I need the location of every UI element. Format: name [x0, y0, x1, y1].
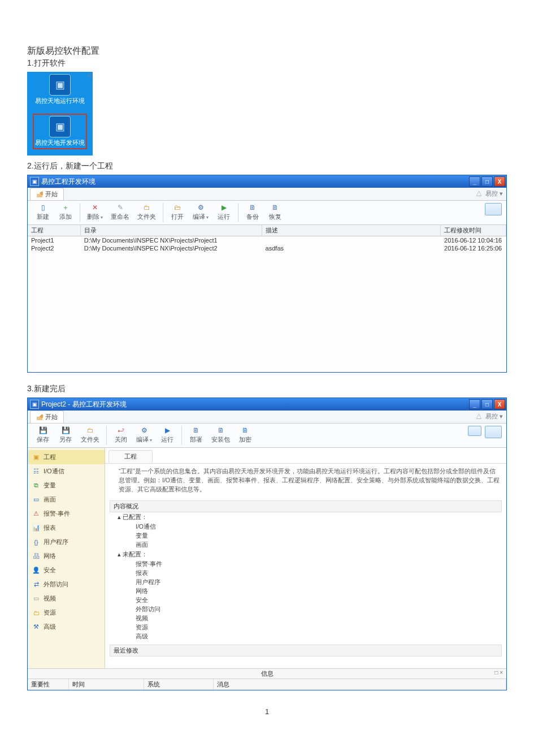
folder-button[interactable]: 🗀文件夹: [137, 203, 156, 221]
sidebar-item-variable[interactable]: ⧉变量: [28, 478, 105, 493]
titlebar[interactable]: ▣ Project2 - 易控工程开发环境 _ □ X: [28, 398, 506, 411]
close-button[interactable]: X: [494, 176, 505, 187]
help-link[interactable]: 易控 ▾: [485, 190, 503, 197]
resource-icon: 🗀: [32, 609, 40, 617]
list-item[interactable]: 资源: [105, 623, 506, 632]
list-item[interactable]: 高级: [105, 632, 506, 641]
list-item[interactable]: I/O通信: [105, 522, 506, 532]
compile-icon: ⚙: [139, 426, 149, 435]
minimize-button[interactable]: _: [469, 399, 480, 409]
col-time[interactable]: 时间: [69, 679, 144, 690]
deploy-button[interactable]: 🗎部署: [189, 426, 203, 444]
window-project-list: ▣ 易控工程开发环境 _ □ X 开始 △ 易控 ▾ ▯新建 ＋添加: [27, 175, 507, 373]
list-item[interactable]: 网络: [105, 587, 506, 596]
col-desc[interactable]: 描述: [262, 225, 441, 236]
titlebar-tri-icon: △: [476, 413, 482, 420]
compile-button[interactable]: ⚙编译▾: [136, 426, 152, 444]
folder-button[interactable]: 🗀文件夹: [81, 426, 99, 444]
table-row[interactable]: Project1 D:\My Documents\INSPEC NX\Proje…: [28, 236, 506, 244]
close-button[interactable]: X: [494, 399, 505, 409]
app-title-icon: ▣: [30, 400, 39, 409]
tab-start[interactable]: 开始: [30, 188, 64, 200]
backup-button[interactable]: 🗎备份: [245, 203, 260, 221]
desktop-icon-dev[interactable]: ▣ 易控天地开发环境: [33, 114, 87, 149]
cell-time: 2016-06-12 10:04:16: [441, 236, 506, 244]
rename-button[interactable]: ✎重命名: [111, 203, 129, 221]
sidebar-item-advanced[interactable]: ⚒高级: [28, 620, 105, 634]
step-2: 2.运行后，新建一个工程: [27, 161, 507, 171]
project-icon: ▣: [32, 453, 40, 461]
delete-button[interactable]: ✕删除▾: [87, 203, 103, 221]
sidebar-item-security[interactable]: 👤安全: [28, 563, 105, 577]
sidebar-item-network[interactable]: 品网络: [28, 549, 105, 563]
col-system[interactable]: 系统: [144, 679, 214, 690]
sidebar-item-screen[interactable]: ▭画面: [28, 493, 105, 507]
configured-header[interactable]: ▴ 已配置：: [105, 512, 506, 522]
list-item[interactable]: 报警·事件: [105, 560, 506, 569]
report-icon: 📊: [32, 524, 40, 532]
add-button[interactable]: ＋添加: [58, 203, 73, 221]
sidebar-item-project[interactable]: ▣工程: [28, 450, 105, 464]
close-project-button[interactable]: ⮐关闭: [114, 426, 128, 444]
saveas-button[interactable]: 💾另存: [58, 426, 73, 444]
pin-close-icon[interactable]: □ ×: [494, 669, 503, 676]
desktop-icon-runtime[interactable]: ▣ 易控天地运行环境: [33, 74, 87, 105]
list-item[interactable]: 视频: [105, 614, 506, 623]
list-item[interactable]: 安全: [105, 596, 506, 605]
encrypt-button[interactable]: 🗎加密: [238, 426, 253, 444]
list-item[interactable]: 外部访问: [105, 605, 506, 614]
close-icon: ⮐: [116, 426, 126, 435]
restore-button[interactable]: 🗎恢复: [268, 203, 283, 221]
titlebar[interactable]: ▣ 易控工程开发环境 _ □ X: [28, 175, 506, 188]
sidebar-item-external[interactable]: ⇄外部访问: [28, 577, 105, 591]
save-button[interactable]: 💾保存: [36, 426, 50, 444]
installer-button[interactable]: 🗎安装包: [211, 426, 230, 444]
sidebar-item-resource[interactable]: 🗀资源: [28, 606, 105, 620]
list-item[interactable]: 变量: [105, 532, 506, 541]
col-message[interactable]: 消息: [214, 679, 506, 690]
list-item[interactable]: 画面: [105, 541, 506, 550]
folder-icon: 🗀: [85, 426, 95, 435]
ribbon: 💾保存 💾另存 🗀文件夹 ⮐关闭 ⚙编译▾ ▶运行 🗎部署 🗎安装包 🗎加密: [28, 424, 506, 448]
new-button[interactable]: ▯新建: [36, 203, 50, 221]
restore-icon: 🗎: [270, 203, 280, 212]
sidebar-item-io[interactable]: ☷I/O通信: [28, 464, 105, 478]
maximize-button[interactable]: □: [481, 176, 493, 187]
app-icon: ▣: [55, 80, 65, 90]
maximize-button[interactable]: □: [481, 399, 493, 409]
breadcrumb[interactable]: 工程: [108, 450, 153, 463]
sidebar-item-alarm[interactable]: ⚠报警·事件: [28, 507, 105, 521]
table-row[interactable]: Project2 D:\My Documents\INSPEC NX\Proje…: [28, 244, 506, 252]
project-description: “工程”是一个系统的信息集合。其内容由易控天地开发环境开发，功能由易控天地运行环…: [105, 463, 506, 497]
network-icon: 品: [32, 552, 40, 560]
info-panel-title[interactable]: 信息 □ ×: [28, 669, 506, 679]
app-title-icon: ▣: [30, 177, 39, 186]
open-button[interactable]: 🗁打开: [170, 203, 185, 221]
open-icon: 🗁: [172, 203, 183, 212]
tabstrip: 开始 △ 易控 ▾: [28, 188, 506, 201]
monitor-icon[interactable]: [485, 426, 502, 438]
help-link[interactable]: 易控 ▾: [485, 413, 503, 420]
list-item[interactable]: 用户程序: [105, 578, 506, 587]
col-dir[interactable]: 目录: [81, 225, 262, 236]
lock-icon: 🗎: [240, 426, 250, 435]
run-button[interactable]: ▶运行: [216, 203, 231, 221]
sidebar-item-video[interactable]: ▭视频: [28, 591, 105, 606]
monitor-icon[interactable]: [485, 203, 502, 215]
col-time[interactable]: 工程修改时间: [441, 225, 506, 236]
sidebar-item-report[interactable]: 📊报表: [28, 521, 105, 535]
list-item[interactable]: 报表: [105, 569, 506, 578]
minimize-button[interactable]: _: [469, 176, 480, 187]
tab-start[interactable]: 开始: [30, 411, 64, 423]
col-project[interactable]: 工程: [28, 225, 81, 236]
unconfigured-header[interactable]: ▴ 未配置：: [105, 550, 506, 560]
col-severity[interactable]: 重要性: [28, 679, 69, 690]
rename-icon: ✎: [115, 203, 125, 212]
run-button[interactable]: ▶运行: [160, 426, 175, 444]
user-icon: 👤: [32, 567, 40, 574]
plus-icon: ＋: [60, 203, 71, 212]
compile-button[interactable]: ⚙编译▾: [193, 203, 209, 221]
sidebar-item-program[interactable]: {}用户程序: [28, 535, 105, 549]
project-table: 工程 目录 描述 工程修改时间 Project1 D:\My Documents…: [28, 225, 506, 372]
monitor-icon[interactable]: [468, 426, 481, 436]
